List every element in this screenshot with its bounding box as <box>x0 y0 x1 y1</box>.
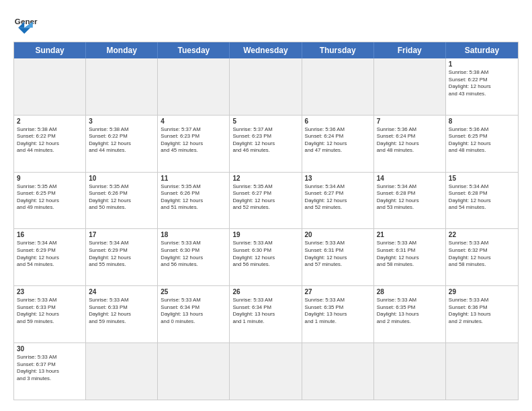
day-number: 21 <box>377 231 443 238</box>
header-day-monday: Monday <box>86 42 158 58</box>
day-number: 27 <box>305 288 371 295</box>
calendar-cell: 7Sunrise: 5:36 AM Sunset: 6:24 PM Daylig… <box>374 116 446 172</box>
day-number: 2 <box>17 118 83 125</box>
calendar-cell: 10Sunrise: 5:35 AM Sunset: 6:26 PM Dayli… <box>86 173 158 229</box>
cell-info: Sunrise: 5:33 AM Sunset: 6:32 PM Dayligh… <box>449 240 515 268</box>
calendar-cell: 15Sunrise: 5:34 AM Sunset: 6:28 PM Dayli… <box>446 173 518 229</box>
cell-info: Sunrise: 5:35 AM Sunset: 6:25 PM Dayligh… <box>17 183 83 212</box>
day-number: 25 <box>161 288 226 295</box>
calendar-cell: 8Sunrise: 5:36 AM Sunset: 6:25 PM Daylig… <box>446 116 518 172</box>
cell-info: Sunrise: 5:35 AM Sunset: 6:27 PM Dayligh… <box>232 183 298 212</box>
calendar-cell: 9Sunrise: 5:35 AM Sunset: 6:25 PM Daylig… <box>14 173 86 229</box>
calendar-cell: 14Sunrise: 5:34 AM Sunset: 6:28 PM Dayli… <box>374 173 446 229</box>
calendar-cell: 23Sunrise: 5:33 AM Sunset: 6:33 PM Dayli… <box>14 286 86 342</box>
calendar-cell <box>86 58 158 115</box>
calendar-cell <box>446 343 518 400</box>
cell-info: Sunrise: 5:36 AM Sunset: 6:24 PM Dayligh… <box>377 126 443 154</box>
cell-info: Sunrise: 5:33 AM Sunset: 6:33 PM Dayligh… <box>89 297 154 325</box>
cell-info: Sunrise: 5:37 AM Sunset: 6:23 PM Dayligh… <box>232 126 298 154</box>
header-day-wednesday: Wednesday <box>230 42 302 58</box>
calendar-row-1: 2Sunrise: 5:38 AM Sunset: 6:22 PM Daylig… <box>14 116 518 173</box>
day-number: 15 <box>449 175 515 182</box>
day-number: 16 <box>17 231 83 238</box>
day-number: 29 <box>449 288 515 295</box>
day-number: 4 <box>161 118 226 125</box>
header-day-tuesday: Tuesday <box>158 42 230 58</box>
day-number: 1 <box>449 60 515 68</box>
calendar-cell: 28Sunrise: 5:33 AM Sunset: 6:35 PM Dayli… <box>374 286 446 342</box>
day-number: 14 <box>377 175 443 182</box>
calendar-row-0: 1Sunrise: 5:38 AM Sunset: 6:22 PM Daylig… <box>14 58 518 116</box>
cell-info: Sunrise: 5:34 AM Sunset: 6:27 PM Dayligh… <box>305 183 371 212</box>
day-number: 28 <box>377 288 443 295</box>
cell-info: Sunrise: 5:33 AM Sunset: 6:37 PM Dayligh… <box>17 354 83 382</box>
calendar-cell: 21Sunrise: 5:33 AM Sunset: 6:31 PM Dayli… <box>374 229 446 285</box>
cell-info: Sunrise: 5:33 AM Sunset: 6:36 PM Dayligh… <box>449 297 515 325</box>
calendar-cell <box>302 343 374 400</box>
calendar-cell: 12Sunrise: 5:35 AM Sunset: 6:27 PM Dayli… <box>230 173 302 229</box>
calendar-cell: 24Sunrise: 5:33 AM Sunset: 6:33 PM Dayli… <box>86 286 158 342</box>
calendar-cell <box>230 343 302 400</box>
cell-info: Sunrise: 5:38 AM Sunset: 6:22 PM Dayligh… <box>89 126 154 154</box>
header: General <box>13 11 519 35</box>
calendar-cell <box>86 343 158 400</box>
header-day-saturday: Saturday <box>446 42 518 58</box>
svg-marker-1 <box>18 28 30 34</box>
calendar-cell <box>230 58 302 115</box>
calendar-cell: 27Sunrise: 5:33 AM Sunset: 6:35 PM Dayli… <box>302 286 374 342</box>
svg-text:General: General <box>15 17 38 26</box>
day-number: 24 <box>89 288 154 295</box>
cell-info: Sunrise: 5:37 AM Sunset: 6:23 PM Dayligh… <box>161 126 226 154</box>
cell-info: Sunrise: 5:34 AM Sunset: 6:28 PM Dayligh… <box>377 183 443 212</box>
page: General SundayMondayTuesdayWednesdayThur… <box>0 0 532 411</box>
day-number: 7 <box>377 118 443 125</box>
day-number: 18 <box>161 231 226 238</box>
cell-info: Sunrise: 5:33 AM Sunset: 6:34 PM Dayligh… <box>161 297 226 325</box>
day-number: 22 <box>449 231 515 238</box>
calendar: SundayMondayTuesdayWednesdayThursdayFrid… <box>13 42 519 400</box>
cell-info: Sunrise: 5:34 AM Sunset: 6:28 PM Dayligh… <box>449 183 515 212</box>
cell-info: Sunrise: 5:33 AM Sunset: 6:31 PM Dayligh… <box>377 240 443 268</box>
day-number: 3 <box>89 118 154 125</box>
calendar-cell <box>14 58 86 115</box>
calendar-cell: 4Sunrise: 5:37 AM Sunset: 6:23 PM Daylig… <box>158 116 230 172</box>
cell-info: Sunrise: 5:34 AM Sunset: 6:29 PM Dayligh… <box>89 240 154 268</box>
calendar-cell: 25Sunrise: 5:33 AM Sunset: 6:34 PM Dayli… <box>158 286 230 342</box>
cell-info: Sunrise: 5:33 AM Sunset: 6:35 PM Dayligh… <box>305 297 371 325</box>
calendar-row-2: 9Sunrise: 5:35 AM Sunset: 6:25 PM Daylig… <box>14 173 518 230</box>
calendar-cell: 2Sunrise: 5:38 AM Sunset: 6:22 PM Daylig… <box>14 116 86 172</box>
calendar-cell: 26Sunrise: 5:33 AM Sunset: 6:34 PM Dayli… <box>230 286 302 342</box>
calendar-cell <box>302 58 374 115</box>
calendar-cell: 17Sunrise: 5:34 AM Sunset: 6:29 PM Dayli… <box>86 229 158 285</box>
calendar-cell: 5Sunrise: 5:37 AM Sunset: 6:23 PM Daylig… <box>230 116 302 172</box>
cell-info: Sunrise: 5:35 AM Sunset: 6:26 PM Dayligh… <box>161 183 226 212</box>
calendar-cell: 19Sunrise: 5:33 AM Sunset: 6:30 PM Dayli… <box>230 229 302 285</box>
calendar-cell: 3Sunrise: 5:38 AM Sunset: 6:22 PM Daylig… <box>86 116 158 172</box>
day-number: 20 <box>305 231 371 238</box>
day-number: 23 <box>17 288 83 295</box>
cell-info: Sunrise: 5:33 AM Sunset: 6:30 PM Dayligh… <box>161 240 226 268</box>
day-number: 19 <box>232 231 298 238</box>
calendar-cell: 18Sunrise: 5:33 AM Sunset: 6:30 PM Dayli… <box>158 229 230 285</box>
calendar-cell <box>374 343 446 400</box>
day-number: 30 <box>17 345 83 353</box>
cell-info: Sunrise: 5:35 AM Sunset: 6:26 PM Dayligh… <box>89 183 154 212</box>
day-number: 10 <box>89 175 154 182</box>
cell-info: Sunrise: 5:33 AM Sunset: 6:35 PM Dayligh… <box>377 297 443 325</box>
calendar-cell <box>158 343 230 400</box>
day-number: 5 <box>232 118 298 125</box>
calendar-cell: 16Sunrise: 5:34 AM Sunset: 6:29 PM Dayli… <box>14 229 86 285</box>
header-day-friday: Friday <box>374 42 446 58</box>
cell-info: Sunrise: 5:33 AM Sunset: 6:33 PM Dayligh… <box>17 297 83 325</box>
calendar-cell: 22Sunrise: 5:33 AM Sunset: 6:32 PM Dayli… <box>446 229 518 285</box>
day-number: 11 <box>161 175 226 182</box>
cell-info: Sunrise: 5:36 AM Sunset: 6:24 PM Dayligh… <box>305 126 371 154</box>
calendar-body: 1Sunrise: 5:38 AM Sunset: 6:22 PM Daylig… <box>14 58 518 400</box>
header-day-sunday: Sunday <box>14 42 86 58</box>
cell-info: Sunrise: 5:38 AM Sunset: 6:22 PM Dayligh… <box>17 126 83 154</box>
day-number: 6 <box>305 118 371 125</box>
calendar-cell: 30Sunrise: 5:33 AM Sunset: 6:37 PM Dayli… <box>14 343 86 400</box>
cell-info: Sunrise: 5:34 AM Sunset: 6:29 PM Dayligh… <box>17 240 83 268</box>
cell-info: Sunrise: 5:38 AM Sunset: 6:22 PM Dayligh… <box>449 69 515 97</box>
calendar-cell: 29Sunrise: 5:33 AM Sunset: 6:36 PM Dayli… <box>446 286 518 342</box>
